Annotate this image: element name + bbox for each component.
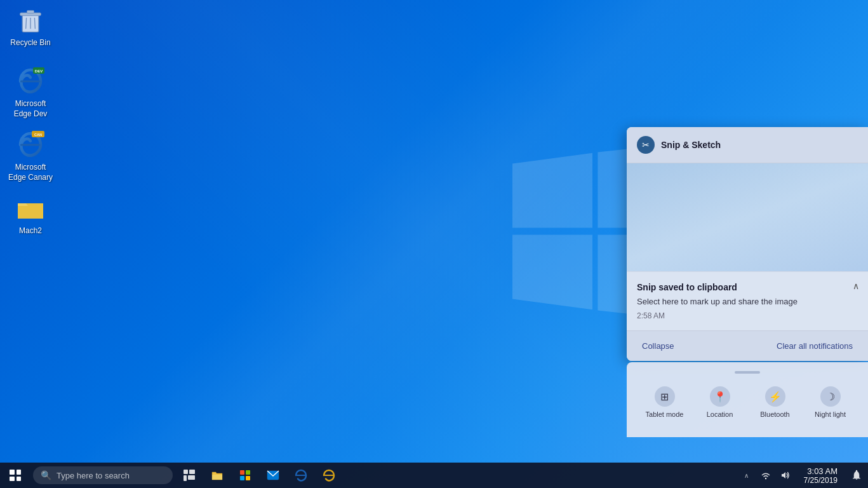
notification-panel: ✂ Snip & Sketch Snip saved to clipboard … <box>627 127 868 361</box>
notification-title: Snip saved to clipboard <box>637 282 858 292</box>
search-icon: 🔍 <box>41 470 51 480</box>
tablet-mode-icon: ⊞ <box>655 386 675 407</box>
windows-logo-icon <box>10 470 21 481</box>
svg-rect-16 <box>184 475 187 481</box>
start-button[interactable] <box>0 463 30 488</box>
quick-tiles-container: ⊞ Tablet mode 📍 Location ⚡ Bluetooth ☽ N… <box>627 379 868 431</box>
notification-app-header: ✂ Snip & Sketch <box>627 127 868 163</box>
clock-date: 7/25/2019 <box>804 476 838 485</box>
svg-rect-20 <box>246 470 250 475</box>
location-icon: 📍 <box>710 386 730 407</box>
svg-point-25 <box>856 470 857 471</box>
system-tray: ∧ <box>735 463 796 488</box>
handle-bar <box>735 371 760 374</box>
mach2-label: Mach2 <box>19 226 42 236</box>
taskbar: 🔍 Type here to search <box>0 463 868 488</box>
svg-rect-6 <box>27 10 34 13</box>
network-icon[interactable] <box>757 463 775 488</box>
svg-rect-21 <box>240 476 244 480</box>
location-tile[interactable]: 📍 Location <box>692 381 747 423</box>
notification-footer: Collapse Clear all notifications <box>627 330 868 361</box>
bluetooth-icon: ⚡ <box>765 386 785 407</box>
notification-time: 2:58 AM <box>637 311 858 320</box>
clear-all-notifications-button[interactable]: Clear all notifications <box>771 339 858 353</box>
clock-time: 3:03 AM <box>807 466 838 476</box>
mach2-icon[interactable]: Mach2 <box>5 191 56 239</box>
recycle-bin-icon[interactable]: Recycle Bin <box>5 3 56 51</box>
night-light-icon: ☽ <box>820 386 841 407</box>
edge-dev-label: Microsoft Edge Dev <box>8 99 53 119</box>
svg-rect-14 <box>184 470 188 474</box>
night-light-label: Night light <box>815 410 846 418</box>
svg-marker-0 <box>512 153 592 228</box>
taskbar-right: ∧ 3:03 AM <box>735 463 868 488</box>
notification-app-name: Snip & Sketch <box>661 140 721 150</box>
location-label: Location <box>707 410 733 418</box>
desktop: Recycle Bin DEV Microsoft Edge Dev <box>0 0 868 463</box>
search-placeholder-text: Type here to search <box>57 471 130 480</box>
svg-point-24 <box>765 478 766 479</box>
collapse-button[interactable]: Collapse <box>637 339 679 353</box>
search-box[interactable]: 🔍 Type here to search <box>33 466 173 484</box>
task-view-button[interactable] <box>175 463 203 488</box>
quick-settings-handle <box>627 369 868 379</box>
svg-line-7 <box>26 18 27 28</box>
tablet-mode-label: Tablet mode <box>646 410 684 418</box>
svg-rect-22 <box>246 476 250 480</box>
edge-canary-label: Microsoft Edge Canary <box>8 163 53 182</box>
svg-text:CAN: CAN <box>34 133 42 137</box>
file-explorer-taskbar-button[interactable] <box>203 463 231 488</box>
mail-taskbar-button[interactable] <box>259 463 287 488</box>
svg-rect-18 <box>212 475 222 480</box>
svg-rect-17 <box>188 475 195 480</box>
action-center-button[interactable] <box>845 463 868 488</box>
svg-line-9 <box>34 18 35 28</box>
svg-text:DEV: DEV <box>35 69 43 73</box>
volume-icon[interactable] <box>776 463 794 488</box>
edge-dev-taskbar-button[interactable] <box>287 463 315 488</box>
snip-sketch-logo: ✂ <box>637 136 655 154</box>
svg-rect-19 <box>240 470 244 475</box>
clock-area[interactable]: 3:03 AM 7/25/2019 <box>796 463 845 488</box>
notification-collapse-chevron[interactable]: ∧ <box>853 281 859 291</box>
svg-marker-2 <box>512 235 592 310</box>
quick-settings-panel: ⊞ Tablet mode 📍 Location ⚡ Bluetooth ☽ N… <box>627 362 868 437</box>
svg-rect-15 <box>189 470 195 474</box>
snip-preview-image[interactable] <box>627 163 868 271</box>
edge-canary-icon[interactable]: CAN Microsoft Edge Canary <box>5 127 56 185</box>
bluetooth-tile[interactable]: ⚡ Bluetooth <box>747 381 803 423</box>
store-taskbar-button[interactable] <box>231 463 259 488</box>
edge-dev-icon[interactable]: DEV Microsoft Edge Dev <box>5 64 56 121</box>
notification-description: Select here to mark up and share the ima… <box>637 296 858 308</box>
bluetooth-label: Bluetooth <box>760 410 789 418</box>
edge-canary-taskbar-button[interactable] <box>315 463 343 488</box>
night-light-tile[interactable]: ☽ Night light <box>803 381 858 423</box>
recycle-bin-label: Recycle Bin <box>10 38 50 48</box>
tray-expand-button[interactable]: ∧ <box>738 463 756 488</box>
notification-body[interactable]: Snip saved to clipboard Select here to m… <box>627 271 868 330</box>
tablet-mode-tile[interactable]: ⊞ Tablet mode <box>637 381 692 423</box>
